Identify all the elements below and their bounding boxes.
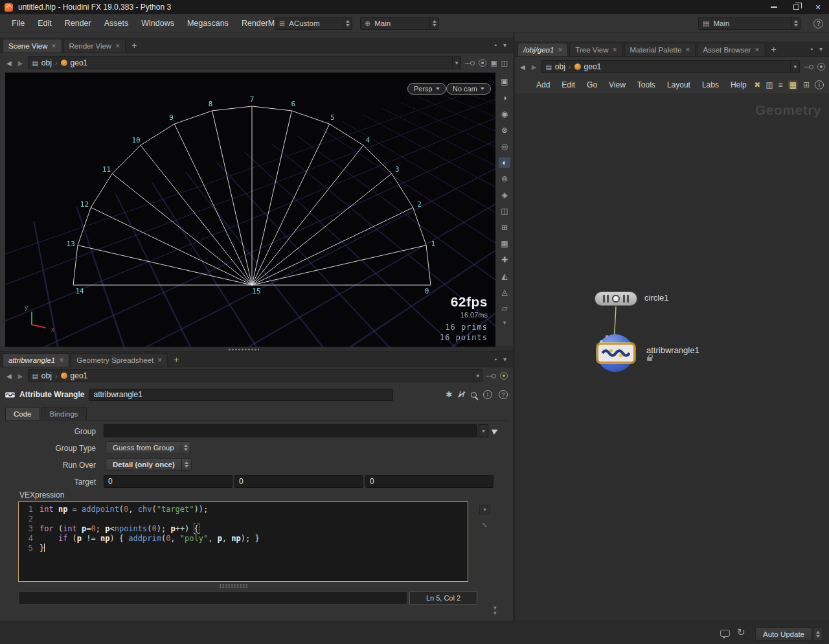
menu-windows[interactable]: Windows xyxy=(135,19,181,28)
close-button[interactable]: × xyxy=(807,0,829,14)
viewport-persp-menu[interactable]: Persp xyxy=(407,83,446,95)
pane-maximize-icon[interactable]: ▪ xyxy=(494,41,497,49)
scroll-down-icon[interactable]: ▾▾ xyxy=(494,605,497,615)
menu-render[interactable]: Render xyxy=(58,19,98,28)
spinner-arrows[interactable] xyxy=(181,442,190,454)
view-snapshot-icon[interactable]: ▣ xyxy=(499,76,510,87)
scene-viewport[interactable]: 0123456789101112131415 Persp No cam 62fp… xyxy=(5,73,495,347)
measure-icon[interactable]: ◭ xyxy=(499,271,510,281)
node-name-field[interactable]: attribwrangle1 xyxy=(89,389,393,401)
context-help-icon[interactable]: ? xyxy=(813,19,823,29)
close-icon[interactable]: × xyxy=(115,43,120,49)
breadcrumb-node[interactable]: geo1 xyxy=(71,58,88,67)
handles-icon[interactable]: ✚ xyxy=(499,255,510,265)
network-path-field[interactable]: ▤ obj › geo1 ▾ xyxy=(541,60,800,73)
network-editor-canvas[interactable]: Geometry circle1 attribwrangle1 xyxy=(515,93,829,621)
netmenu-help[interactable]: Help xyxy=(725,80,753,89)
netmenu-view[interactable]: View xyxy=(603,80,631,89)
breadcrumb-root[interactable]: obj xyxy=(555,62,565,71)
snippet-path-field[interactable] xyxy=(18,592,407,604)
menu-megascans[interactable]: Megascans xyxy=(181,19,235,28)
editor-resize-grip[interactable] xyxy=(219,584,247,588)
new-tab-button[interactable]: + xyxy=(169,354,183,365)
pane-divider[interactable] xyxy=(0,347,513,352)
breadcrumb-node[interactable]: geo1 xyxy=(584,62,602,71)
snapshot-compare-icon[interactable]: ⊞ xyxy=(499,222,510,233)
group-type-menu[interactable]: Guess from Group xyxy=(106,441,191,454)
close-icon[interactable]: × xyxy=(52,43,56,49)
node-flag-stripe[interactable] xyxy=(623,295,625,303)
tab-bindings[interactable]: Bindings xyxy=(41,407,87,420)
spinner-arrows[interactable] xyxy=(181,459,191,470)
back-button[interactable]: ◀ xyxy=(519,63,527,71)
camera-view-icon[interactable]: ▱ xyxy=(499,303,510,314)
snapshot-icon[interactable]: ▣ xyxy=(490,59,497,67)
list-view-icon[interactable]: ≡ xyxy=(778,80,783,89)
follow-selection-icon[interactable] xyxy=(804,63,813,70)
node-label-circle1[interactable]: circle1 xyxy=(644,293,669,303)
node-flag-stripe[interactable] xyxy=(603,295,605,303)
params-path-field[interactable]: ▤ obj › geo1 ▾ xyxy=(28,369,483,382)
radial-menu-dropdown[interactable]: ▤ Main xyxy=(698,17,801,30)
tab-render-view[interactable]: Render View × xyxy=(63,39,126,52)
target-input-x[interactable]: 0 xyxy=(104,475,233,488)
node-flag-stripe[interactable] xyxy=(627,295,629,303)
shading-mode-icon[interactable]: ◑ xyxy=(499,93,510,103)
auto-update-spinner[interactable] xyxy=(813,627,823,641)
link-radio-icon[interactable] xyxy=(479,59,486,67)
viewport-camera-menu[interactable]: No cam xyxy=(446,83,491,95)
new-tab-button[interactable]: + xyxy=(127,40,141,51)
netmenu-go[interactable]: Go xyxy=(581,80,603,89)
link-radio-icon[interactable] xyxy=(817,63,825,71)
grid-view-icon[interactable]: ▦ xyxy=(788,80,798,89)
forward-button[interactable]: ▶ xyxy=(17,60,25,67)
node-flag-stripe[interactable] xyxy=(607,295,609,303)
pane-menu-icon[interactable]: ▾ xyxy=(503,356,506,363)
tab-geometry-spreadsheet[interactable]: Geometry Spreadsheet × xyxy=(71,353,168,367)
netmenu-layout[interactable]: Layout xyxy=(661,80,696,89)
shelf-set-dropdown[interactable]: ⊞ ACustom xyxy=(275,17,352,30)
netmenu-add[interactable]: Add xyxy=(530,80,556,89)
desktop-spinner[interactable] xyxy=(429,17,438,29)
tab-scene-view[interactable]: Scene View × xyxy=(3,39,62,52)
high-quality-lighting-icon[interactable]: ⊚ xyxy=(499,174,510,184)
restore-button[interactable] xyxy=(785,0,807,14)
message-log-icon[interactable] xyxy=(720,630,730,637)
breadcrumb-root[interactable]: obj xyxy=(41,371,52,380)
netmenu-tools[interactable]: Tools xyxy=(631,80,661,89)
tab-tree-view[interactable]: Tree View × xyxy=(569,43,622,56)
info-icon[interactable]: i xyxy=(815,80,824,89)
network-overview-icon[interactable]: ▥ xyxy=(766,80,773,89)
vex-code-editor[interactable]: 1int np = addpoint(0, chv("target"));23f… xyxy=(18,501,468,582)
close-icon[interactable]: × xyxy=(612,47,617,53)
node-attribwrangle1[interactable] xyxy=(597,343,635,363)
back-button[interactable]: ◀ xyxy=(5,60,13,67)
tab-code[interactable]: Code xyxy=(5,407,40,420)
desktop-dropdown[interactable]: ⊕ Main xyxy=(360,17,439,30)
editor-expand-icon[interactable]: ↔ xyxy=(479,518,492,531)
help-icon[interactable]: ? xyxy=(499,390,508,399)
gear-menu-icon[interactable]: ✱ xyxy=(446,390,452,399)
thumbnail-view-icon[interactable]: ⊞ xyxy=(803,80,810,89)
info-icon[interactable]: i xyxy=(483,390,492,399)
link-radio-icon[interactable] xyxy=(500,372,508,380)
netmenu-labs[interactable]: Labs xyxy=(696,80,725,89)
pane-menu-icon[interactable]: ▾ xyxy=(819,45,823,52)
visualizer-icon[interactable]: ◬ xyxy=(499,287,510,297)
netmenu-edit[interactable]: Edit xyxy=(556,80,581,89)
node-circle1[interactable] xyxy=(595,292,637,306)
headlight-icon[interactable]: ◐ xyxy=(499,157,510,168)
target-input-z[interactable]: 0 xyxy=(365,475,494,488)
path-dropdown-icon[interactable]: ▾ xyxy=(452,57,461,69)
editor-menu-icon[interactable]: ▾ xyxy=(479,505,490,514)
breadcrumb-root[interactable]: obj xyxy=(41,58,52,67)
pane-menu-icon[interactable]: ▾ xyxy=(503,41,506,49)
tab-network-editor[interactable]: /obj/geo1 × xyxy=(517,43,568,56)
menu-file[interactable]: File xyxy=(5,19,31,28)
tools-icon[interactable]: ✖ xyxy=(754,80,760,89)
pane-maximize-icon[interactable]: ▪ xyxy=(494,356,497,363)
tab-attribwrangle1[interactable]: attribwrangle1 × xyxy=(3,353,69,367)
breadcrumb-node[interactable]: geo1 xyxy=(71,371,88,380)
reference-grid-icon[interactable]: ▦ xyxy=(499,238,510,249)
toolbar-scroll-down-icon[interactable]: ▾ xyxy=(503,319,506,326)
